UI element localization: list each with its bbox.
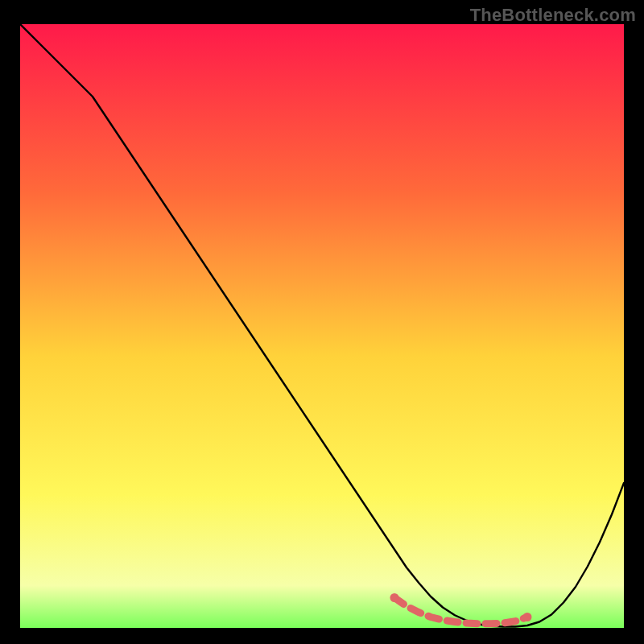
- optimal-range-endpoint: [390, 593, 399, 602]
- plot-area: [20, 24, 624, 628]
- chart-stage: TheBottleneck.com: [0, 0, 644, 644]
- optimal-range-endpoint: [523, 613, 532, 621]
- gradient-background: [20, 24, 624, 628]
- chart-svg: [20, 24, 624, 628]
- watermark-text: TheBottleneck.com: [470, 5, 636, 26]
